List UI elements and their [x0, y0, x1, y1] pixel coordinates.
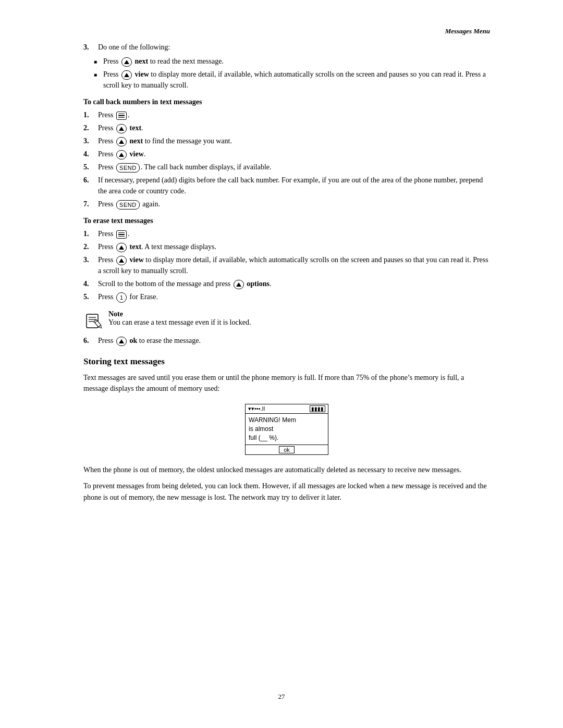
phone-line2: is almost	[249, 425, 325, 434]
callback-heading: To call back numbers in text messages	[83, 98, 490, 106]
erase-step-6: 6. Press ok to erase the message.	[83, 335, 490, 346]
erase-step-5: 5. Press 1 for Erase.	[83, 291, 490, 303]
page-number: 27	[278, 693, 285, 701]
phone-battery: ▮▮▮▮	[310, 405, 325, 412]
nav-button-2	[121, 70, 132, 80]
phone-signal: ▾▾•••.Il	[248, 405, 265, 412]
callback-step-2: 2. Press text.	[83, 122, 490, 133]
bullet-icon-1: ■	[94, 58, 103, 66]
phone-line3: full (__ %).	[249, 434, 325, 442]
nav-btn-e3	[116, 256, 127, 265]
bullet-icon-2: ■	[94, 71, 103, 79]
callback-step-7: 7. Press SEND again.	[83, 199, 490, 209]
nav-btn-ok	[116, 337, 127, 346]
erase-step-2: 2. Press text. A text message displays.	[83, 241, 490, 252]
msg-icon-1	[116, 112, 127, 120]
page-header: Messages Menu	[445, 27, 490, 35]
header-title: Messages Menu	[445, 27, 490, 35]
phone-ok-label: ok	[279, 446, 295, 453]
nav-btn-3	[116, 137, 127, 146]
phone-screen-mockup: ▾▾•••.Il ▮▮▮▮ WARNING! Mem is almost ful…	[245, 404, 328, 454]
storing-title: Storing text messages	[83, 356, 490, 367]
phone-line1: WARNING! Mem	[249, 416, 325, 425]
nav-btn-2	[116, 124, 127, 133]
step3-num: 3.	[83, 42, 98, 53]
nav-btn-4	[116, 150, 127, 159]
note-content: Note You can erase a text message even i…	[108, 310, 251, 327]
nav-btn-e4	[234, 280, 244, 289]
step3-text: Do one of the following:	[98, 42, 170, 53]
callback-step-1: 1. Press .	[83, 109, 490, 120]
storing-para3: To prevent messages from being deleted, …	[83, 480, 490, 503]
bullet-item-1: ■ Press next to read the next message.	[94, 56, 490, 67]
bullet-text-2: Press view to display more detail, if av…	[103, 69, 490, 91]
callback-section: To call back numbers in text messages 1.…	[83, 98, 490, 209]
storing-para2: When the phone is out of memory, the old…	[83, 464, 490, 476]
page: Messages Menu 3. Do one of the following…	[0, 0, 563, 728]
send-btn-2: SEND	[116, 200, 140, 209]
send-btn-1: SEND	[116, 163, 140, 172]
key-1-btn: 1	[116, 292, 127, 303]
callback-steps: 1. Press . 2. Press text. 3. Press next …	[83, 109, 490, 209]
callback-step-3: 3. Press next to find the message you wa…	[83, 135, 490, 146]
nav-button-1	[121, 57, 132, 67]
note-label: Note	[108, 310, 123, 318]
phone-body: WARNING! Mem is almost full (__ %).	[246, 414, 328, 444]
step3-bullets: ■ Press next to read the next message. ■…	[94, 56, 490, 91]
intro-section: 3. Do one of the following: ■ Press next…	[83, 42, 490, 91]
callback-step-5: 5. Press SEND. The call back number disp…	[83, 162, 490, 172]
callback-step-4: 4. Press view.	[83, 149, 490, 159]
note-box: Note You can erase a text message even i…	[83, 310, 490, 330]
nav-btn-e2	[116, 243, 127, 252]
erase-step-3: 3. Press view to display more detail, if…	[83, 254, 490, 276]
note-icon	[83, 310, 103, 330]
msg-icon-2	[116, 230, 127, 239]
storing-para1: Text messages are saved until you erase …	[83, 372, 490, 394]
erase-heading: To erase text messages	[83, 217, 490, 225]
bullet-item-2: ■ Press view to display more detail, if …	[94, 69, 490, 91]
erase-step-4: 4. Scroll to the bottom of the message a…	[83, 278, 490, 289]
phone-status-bar: ▾▾•••.Il ▮▮▮▮	[246, 404, 328, 414]
erase-step-1: 1. Press .	[83, 228, 490, 239]
erase-section: To erase text messages 1. Press . 2. Pre…	[83, 217, 490, 303]
storing-section: Storing text messages Text messages are …	[83, 356, 490, 503]
bullet-text-1: Press next to read the next message.	[103, 56, 224, 67]
callback-step-6: 6. If necessary, prepend (add) digits be…	[83, 175, 490, 196]
erase-steps: 1. Press . 2. Press text. A text message…	[83, 228, 490, 303]
note-text: You can erase a text message even if it …	[108, 318, 251, 326]
phone-ok-bar: ok	[246, 445, 328, 454]
